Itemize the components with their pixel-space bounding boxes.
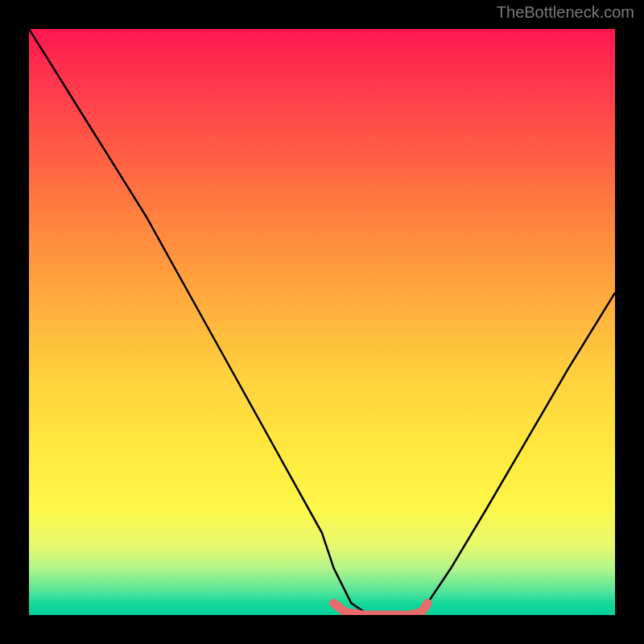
- optimal-range-marker-path: [334, 603, 427, 615]
- bottleneck-curve-path: [29, 29, 615, 615]
- watermark-text: TheBottleneck.com: [497, 3, 634, 22]
- chart-svg: [29, 29, 615, 615]
- chart-plot-area: [29, 29, 615, 615]
